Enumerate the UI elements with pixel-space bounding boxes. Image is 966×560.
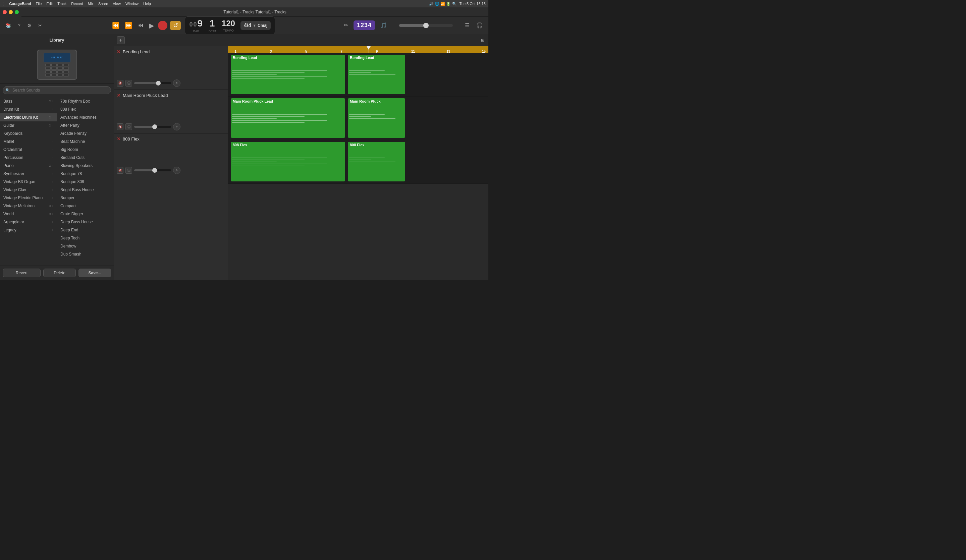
sound-item-18[interactable]: Dembow [57,242,114,250]
menu-view[interactable]: View [113,2,121,6]
category-item-2[interactable]: Electronic Drum Kit⊙› [0,113,57,122]
add-track-button[interactable]: + [117,36,125,44]
pencil-tool[interactable]: ✏ [342,21,350,30]
track-pan-knob-1[interactable]: ↻ [173,123,181,130]
category-item-10[interactable]: Vintage B3 Organ› [0,178,57,186]
sound-item-5[interactable]: Beat Machine [57,138,114,146]
track-pan-knob-0[interactable]: ↻ [173,79,181,87]
time-signature[interactable]: 4/4 ▼ Cmaj [240,21,271,30]
sound-item-15[interactable]: Deep Bass House [57,218,114,226]
sound-item-10[interactable]: Boutique 808 [57,178,114,186]
menu-track[interactable]: Track [58,2,66,6]
search-icon: 🔍 [5,88,10,92]
menu-help[interactable]: Help [143,2,151,6]
sound-item-0[interactable]: 70s Rhythm Box [57,97,114,105]
track-volume-slider-1[interactable] [134,126,171,128]
track-filter-button[interactable]: ⊞ [480,36,486,44]
help-button[interactable]: ? [16,21,22,30]
sound-item-8[interactable]: Blowing Speakers [57,162,114,170]
track-controls-0: 🔇 🎧 ↻ [117,79,225,87]
headphones-button[interactable]: 🎧 [475,21,485,30]
category-item-13[interactable]: Vintage Mellotron⊙› [0,202,57,210]
category-item-7[interactable]: Percussion› [0,154,57,162]
track-name-label-1: Main Room Pluck Lead [123,93,168,98]
save-button[interactable]: Save... [79,269,111,278]
menu-mix[interactable]: Mix [88,2,94,6]
sound-item-17[interactable]: Deep Tech [57,234,114,242]
menu-window[interactable]: Window [125,2,138,6]
menu-record[interactable]: Record [71,2,83,6]
clip-label-2-2: 808 Flex [348,142,405,148]
play-button[interactable]: ▶ [148,20,155,31]
sound-item-3[interactable]: After Party [57,122,114,130]
cycle-button[interactable]: ↺ [170,21,181,30]
record-button[interactable] [158,21,168,30]
category-item-6[interactable]: Orchestral› [0,146,57,154]
track-volume-slider-2[interactable] [134,169,171,171]
category-item-8[interactable]: Piano⊙› [0,162,57,170]
sound-item-16[interactable]: Deep End [57,226,114,234]
mute-button-0[interactable]: 🔇 [117,80,123,87]
library-panel: Library 808 FLEX 🔍 Bass⊙›Drum [0,34,114,280]
delete-button[interactable]: Delete [43,269,76,278]
category-item-4[interactable]: Keyboards› [0,130,57,138]
category-item-15[interactable]: Arpeggiator› [0,218,57,226]
sound-item-7[interactable]: Birdland Cuts [57,154,114,162]
fast-forward-button[interactable]: ⏩ [123,20,133,31]
rewind-button[interactable]: ⏪ [111,20,121,31]
headphone-button-0[interactable]: 🎧 [125,80,132,87]
sound-item-6[interactable]: Big Room [57,146,114,154]
count-in-display[interactable]: 1234 [353,20,375,30]
sound-item-4[interactable]: Arcade Frenzy [57,130,114,138]
clip-0-2[interactable]: Bending Lead [348,55,405,94]
clips-canvas: Bending Lead Bending Lead Main Room Pluc… [228,53,488,280]
clip-1-1[interactable]: Main Room Pluck Lead [231,98,345,138]
scissors-button[interactable]: ✂ [37,21,44,30]
category-item-11[interactable]: Vintage Clav› [0,186,57,194]
chevron-right-icon: › [52,156,53,159]
minimize-button[interactable] [9,10,13,14]
close-button[interactable] [3,10,7,14]
sound-item-1[interactable]: 808 Flex [57,105,114,113]
category-item-14[interactable]: World⊙› [0,210,57,218]
category-item-0[interactable]: Bass⊙› [0,97,57,105]
track-pan-knob-2[interactable]: ↻ [173,167,181,174]
category-item-3[interactable]: Guitar⊙› [0,122,57,130]
apple-menu[interactable]:  [3,1,4,7]
menu-share[interactable]: Share [98,2,108,6]
headphone-button-1[interactable]: 🎧 [125,123,132,130]
mute-button-1[interactable]: 🔇 [117,123,123,130]
search-input[interactable] [3,86,111,94]
maximize-button[interactable] [15,10,19,14]
sound-item-11[interactable]: Bright Bass House [57,186,114,194]
category-item-1[interactable]: Drum Kit› [0,105,57,113]
master-volume-slider[interactable] [399,24,453,27]
library-toggle[interactable]: 📚 [4,21,12,30]
menu-file[interactable]: File [36,2,42,6]
tempo-value[interactable]: 120 [222,19,235,28]
clip-2-2[interactable]: 808 Flex [348,142,405,181]
skip-back-button[interactable]: ⏮ [136,20,145,30]
category-item-16[interactable]: Legacy› [0,226,57,234]
clip-1-2[interactable]: Main Room Pluck [348,98,405,138]
clip-0-1[interactable]: Bending Lead [231,55,345,94]
smart-controls-button[interactable]: ⚙ [26,21,33,30]
menu-edit[interactable]: Edit [46,2,53,6]
metronome-button[interactable]: 🎵 [379,21,388,30]
sound-item-19[interactable]: Dub Smash [57,250,114,258]
category-item-5[interactable]: Mallet› [0,138,57,146]
clip-2-1[interactable]: 808 Flex [231,142,345,181]
sound-item-14[interactable]: Crate Digger [57,210,114,218]
category-item-9[interactable]: Synthesizer› [0,170,57,178]
headphone-button-2[interactable]: 🎧 [125,167,132,174]
sound-item-12[interactable]: Bumper [57,194,114,202]
mute-button-2[interactable]: 🔇 [117,167,123,174]
category-item-12[interactable]: Vintage Electric Piano› [0,194,57,202]
revert-button[interactable]: Revert [3,269,41,278]
track-volume-slider-0[interactable] [134,82,171,84]
sound-item-2[interactable]: Advanced Machines [57,113,114,122]
tracks-view-button[interactable]: ☰ [463,21,471,30]
sound-item-9[interactable]: Boutique 78 [57,170,114,178]
menu-garageband[interactable]: GarageBand [9,2,31,6]
sound-item-13[interactable]: Compact [57,202,114,210]
